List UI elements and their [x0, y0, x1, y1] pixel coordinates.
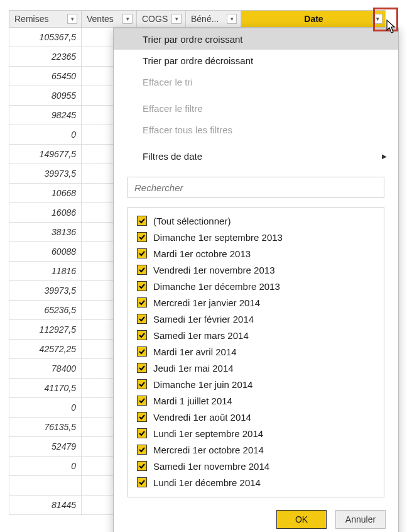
- checkbox-checked-icon[interactable]: [137, 265, 147, 275]
- filter-item[interactable]: Mardi 1er avril 2014: [137, 343, 379, 360]
- col-label: Remises: [14, 14, 48, 24]
- checkbox-checked-icon[interactable]: [137, 297, 147, 308]
- filter-item[interactable]: Vendredi 1er août 2014: [137, 409, 379, 425]
- header-row: Remises ▾ Ventes ▾ COGS ▾ Béné... ▾ Date…: [9, 10, 386, 28]
- checkbox-checked-icon[interactable]: [137, 412, 147, 422]
- filter-item-label: (Tout sélectionner): [153, 216, 231, 226]
- col-label: Date: [304, 14, 323, 24]
- filter-item-label: Dimanche 1er juin 2014: [153, 379, 252, 390]
- menu-label: Effacer le tri: [143, 77, 193, 87]
- cell: 80955: [9, 86, 82, 106]
- cell: 11816: [9, 262, 82, 281]
- filter-item-label: Samedi 1er mars 2014: [153, 330, 249, 341]
- filter-item[interactable]: (Tout sélectionner): [137, 213, 379, 229]
- filter-item[interactable]: Dimanche 1er juin 2014: [137, 376, 379, 392]
- cell: 42572,25: [9, 340, 82, 359]
- dropdown-icon[interactable]: ▾: [372, 14, 383, 24]
- checkbox-checked-icon[interactable]: [137, 314, 147, 324]
- menu-sort-asc[interactable]: Trier par ordre croissant: [114, 28, 398, 50]
- checkbox-checked-icon[interactable]: [137, 330, 147, 340]
- cell: 38136: [9, 223, 82, 242]
- menu-clear-all-filters: Effacer tous les filtres: [114, 119, 398, 140]
- col-header-date[interactable]: Date ▾: [241, 10, 386, 28]
- search-container: [114, 172, 398, 201]
- menu-label: Effacer le filtre: [143, 103, 203, 114]
- col-header-bene[interactable]: Béné... ▾: [186, 10, 241, 28]
- cell: 39973,5: [9, 281, 82, 301]
- checkbox-checked-icon[interactable]: [137, 379, 147, 389]
- cell: 0: [9, 125, 82, 145]
- dropdown-icon[interactable]: ▾: [122, 14, 133, 24]
- filter-item[interactable]: Dimanche 1er décembre 2013: [137, 278, 379, 294]
- cell: [9, 476, 82, 496]
- button-row: OK Annuler: [114, 504, 398, 532]
- button-label: OK: [295, 514, 308, 524]
- col-header-remises[interactable]: Remises ▾: [9, 10, 82, 28]
- col-label: Béné...: [191, 14, 219, 24]
- filter-item-label: Mardi 1er octobre 2013: [153, 248, 251, 259]
- ok-button[interactable]: OK: [276, 510, 327, 529]
- cell: 16086: [9, 203, 82, 223]
- checkbox-checked-icon[interactable]: [137, 232, 147, 242]
- dropdown-icon[interactable]: ▾: [67, 14, 77, 24]
- filter-item[interactable]: Lundi 1er décembre 2014: [137, 474, 379, 490]
- filter-item[interactable]: Samedi 1er mars 2014: [137, 327, 379, 343]
- checkbox-checked-icon[interactable]: [137, 445, 147, 455]
- checkbox-checked-icon[interactable]: [137, 477, 147, 487]
- checkbox-checked-icon[interactable]: [137, 248, 147, 258]
- filter-item-label: Samedi 1er février 2014: [153, 314, 254, 324]
- menu-clear-sort: Effacer le tri: [114, 71, 398, 92]
- cell: 39973,5: [9, 164, 82, 184]
- filter-item-label: Mardi 1er avril 2014: [153, 346, 237, 357]
- checkbox-checked-icon[interactable]: [137, 281, 147, 291]
- cell: 60088: [9, 242, 82, 262]
- cell: 0: [9, 398, 82, 418]
- col-label: Ventes: [87, 14, 114, 24]
- menu-clear-filter: Effacer le filtre: [114, 97, 398, 119]
- filter-values-list: (Tout sélectionner)Dimanche 1er septembr…: [128, 207, 384, 497]
- checkbox-checked-icon[interactable]: [137, 461, 147, 471]
- menu-date-filters[interactable]: Filtres de date: [114, 145, 398, 167]
- dropdown-icon[interactable]: ▾: [171, 14, 182, 24]
- cell: 65236,5: [9, 301, 82, 320]
- search-input[interactable]: [128, 177, 384, 198]
- checkbox-checked-icon[interactable]: [137, 396, 147, 406]
- dropdown-icon[interactable]: ▾: [227, 14, 237, 24]
- checkbox-checked-icon[interactable]: [137, 363, 147, 373]
- menu-label: Trier par ordre décroissant: [143, 55, 253, 66]
- col-label: COGS: [142, 14, 168, 24]
- filter-item[interactable]: Jeudi 1er mai 2014: [137, 360, 379, 376]
- checkbox-checked-icon[interactable]: [137, 346, 147, 357]
- cell: 10668: [9, 184, 82, 203]
- menu-label: Effacer tous les filtres: [143, 125, 232, 135]
- col-header-cogs[interactable]: COGS ▾: [137, 10, 186, 28]
- filter-item-label: Dimanche 1er septembre 2013: [153, 232, 283, 243]
- filter-item[interactable]: Mercredi 1er janvier 2014: [137, 294, 379, 311]
- checkbox-checked-icon[interactable]: [137, 428, 147, 438]
- filter-item[interactable]: Lundi 1er septembre 2014: [137, 425, 379, 441]
- filter-item-label: Vendredi 1er novembre 2013: [153, 265, 274, 275]
- cell: 76135,5: [9, 418, 82, 437]
- filter-item-label: Lundi 1er décembre 2014: [153, 477, 261, 488]
- menu-sort-desc[interactable]: Trier par ordre décroissant: [114, 50, 398, 71]
- filter-item[interactable]: Samedi 1er novembre 2014: [137, 458, 379, 474]
- cell: 98245: [9, 106, 82, 125]
- filter-item[interactable]: Mardi 1 juillet 2014: [137, 392, 379, 409]
- filter-item[interactable]: Dimanche 1er septembre 2013: [137, 229, 379, 245]
- menu-label: Trier par ordre croissant: [143, 34, 243, 45]
- filter-item[interactable]: Mercredi 1er octobre 2014: [137, 441, 379, 458]
- filter-item[interactable]: Mardi 1er octobre 2013: [137, 245, 379, 262]
- cell: 149677,5: [9, 145, 82, 164]
- filter-item-label: Mercredi 1er octobre 2014: [153, 445, 264, 455]
- filter-item-label: Mercredi 1er janvier 2014: [153, 297, 260, 308]
- cell: 41170,5: [9, 379, 82, 398]
- cell: 65450: [9, 67, 82, 86]
- cell: 105367,5: [9, 28, 82, 47]
- filter-item[interactable]: Vendredi 1er novembre 2013: [137, 262, 379, 278]
- filter-item[interactable]: Samedi 1er février 2014: [137, 311, 379, 327]
- cancel-button[interactable]: Annuler: [335, 510, 386, 529]
- col-header-ventes[interactable]: Ventes ▾: [82, 10, 137, 28]
- cell: 81445: [9, 496, 82, 515]
- filter-item-label: Vendredi 1er août 2014: [153, 412, 251, 423]
- checkbox-checked-icon[interactable]: [137, 216, 147, 226]
